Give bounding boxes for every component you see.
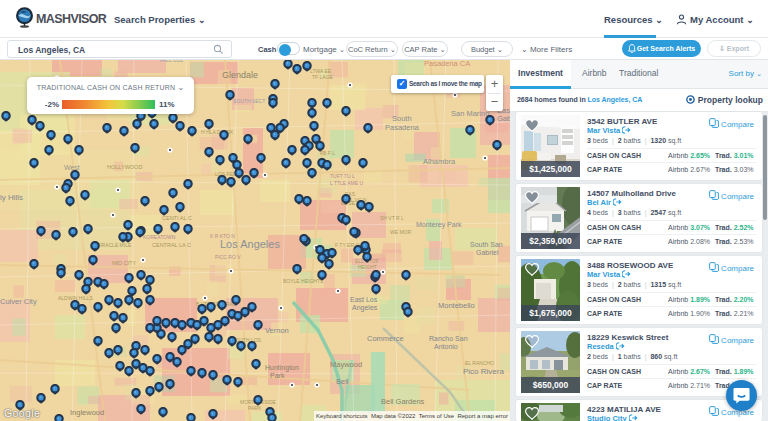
svg-text:FB F L: FB F L [320,150,335,156]
svg-text:BOYLE HEIGHTS: BOYLE HEIGHTS [283,278,324,284]
svg-text:Commerce: Commerce [367,334,404,343]
svg-text:Pasadena: Pasadena [385,123,420,132]
svg-text:East Los: East Los [350,296,378,303]
svg-text:HEIGHT: HEIGHT [358,264,377,270]
svg-text:HOLLYWOOD: HOLLYWOOD [107,164,142,170]
svg-text:Bell: Bell [336,377,349,386]
svg-text:PICC RO V: PICC RO V [215,254,241,260]
svg-text:CENTI AL C: CENTI AL C [162,215,192,221]
svg-text:Park: Park [270,372,285,379]
svg-text:Pasadena CA: Pasadena CA [424,60,470,68]
svg-text:FALL COL: FALL COL [160,60,183,63]
svg-text:Pico Rivera: Pico Rivera [463,367,504,376]
svg-text:MID CITY: MID CITY [112,260,136,266]
svg-text:WE MOR: WE MOR [390,229,411,235]
svg-text:South: South [392,114,412,123]
svg-text:Rancho San: Rancho San [429,335,468,342]
svg-text:Antonio: Antonio [434,343,458,350]
svg-text:Montebello: Montebello [438,301,475,310]
svg-text:Glendale: Glendale [222,70,258,80]
svg-text:L TTLE AME U: L TTLE AME U [330,180,363,186]
svg-text:Alhambra: Alhambra [423,157,456,166]
svg-text:South San: South San [470,241,503,248]
svg-text:EL RANCHO: EL RANCHO [465,360,494,366]
svg-text:Angeles: Angeles [352,304,378,312]
svg-text:Gabriel: Gabriel [476,249,499,256]
svg-text:ly Hills: ly Hills [0,193,23,202]
svg-text:Huntington: Huntington [265,364,299,372]
svg-text:K R KTO N: K R KTO N [210,233,235,239]
svg-text:Monterey Park: Monterey Park [416,221,462,229]
svg-text:Culver City: Culver City [0,297,37,306]
svg-text:SOUTH SECT: SOUTH SECT [233,98,265,104]
svg-text:Vernon: Vernon [265,326,289,335]
svg-text:H HLA D P RK: H HLA D P RK [201,129,234,135]
svg-text:Inglewood: Inglewood [70,408,104,417]
svg-text:SH VT R L: SH VT R L [380,215,404,221]
svg-text:Bell Gardens: Bell Gardens [381,397,425,406]
svg-text:TUFT TU L: TUFT TU L [330,173,355,179]
svg-text:TF LAGE: TF LAGE [312,74,334,80]
svg-text:West: West [64,164,80,171]
svg-text:Maywood: Maywood [330,360,362,369]
svg-text:TROP CO: TROP CO [300,60,323,61]
svg-text:MIRACLE MILE: MIRACLE MILE [96,242,132,248]
svg-text:PARK: PARK [248,405,262,411]
svg-text:CENTRAL LA C: CENTRAL LA C [152,242,191,248]
svg-text:Gab: Gab [497,114,510,123]
svg-text:Los Angeles: Los Angeles [220,238,280,250]
svg-text:San Marino: San Marino [451,109,489,118]
svg-text:KOREATOWN: KOREATOWN [143,234,176,240]
